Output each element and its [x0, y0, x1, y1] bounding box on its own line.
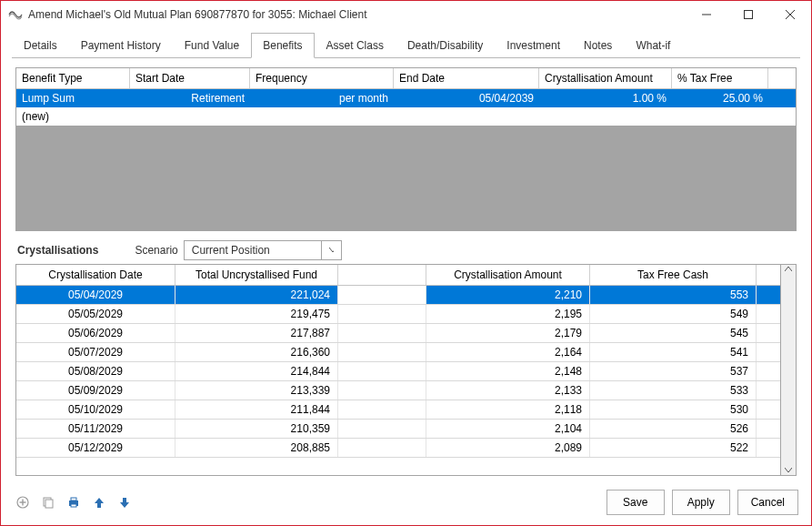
benefit-grid-header: Benefit TypeStart DateFrequencyEnd DateC…	[16, 68, 796, 89]
cryst-cell	[338, 381, 426, 400]
benefit-grid-rows: Lump SumRetirementper month05/04/20391.0…	[16, 89, 796, 230]
tab-death-disability[interactable]: Death/Disability	[396, 33, 495, 58]
cryst-cell: 208,885	[175, 439, 338, 457]
svg-rect-11	[71, 504, 76, 507]
cryst-cell: 2,179	[426, 324, 590, 342]
benefit-cell: 1.00 %	[539, 89, 672, 107]
scroll-down-icon[interactable]	[785, 468, 792, 473]
cryst-cell: 217,887	[175, 324, 338, 342]
cryst-cell	[338, 400, 426, 419]
maximize-button[interactable]	[727, 1, 769, 28]
tab-payment-history[interactable]: Payment History	[69, 33, 173, 58]
cryst-cell: 530	[590, 400, 757, 419]
cryst-row[interactable]: 05/10/2029211,8442,118530	[16, 400, 780, 420]
benefit-header-cell[interactable]: Start Date	[130, 68, 250, 88]
apply-button[interactable]: Apply	[672, 490, 730, 515]
cryst-row[interactable]: 05/08/2029214,8442,148537	[16, 362, 780, 381]
benefit-header-cell[interactable]: Benefit Type	[16, 68, 130, 88]
crystallisations-grid-header: Crystallisation DateTotal Uncrystallised…	[16, 265, 780, 286]
cryst-cell: 2,148	[426, 362, 590, 380]
benefit-grid[interactable]: Benefit TypeStart DateFrequencyEnd DateC…	[15, 67, 797, 231]
benefit-row[interactable]: Lump SumRetirementper month05/04/20391.0…	[16, 89, 796, 107]
benefit-header-cell[interactable]: End Date	[394, 68, 539, 88]
cryst-cell: 221,024	[175, 286, 338, 304]
cryst-cell	[338, 305, 426, 323]
cryst-cell: 211,844	[175, 400, 338, 419]
cryst-cell	[338, 362, 426, 380]
window-controls	[686, 1, 811, 28]
tab-fund-value[interactable]: Fund Value	[173, 33, 252, 58]
cryst-cell	[338, 439, 426, 457]
copy-icon[interactable]	[39, 493, 57, 511]
cryst-cell: 533	[590, 381, 757, 400]
cryst-cell: 05/06/2029	[16, 324, 175, 342]
cryst-header-cell[interactable]: Tax Free Cash	[590, 265, 757, 285]
crystallisations-grid-rows: 05/04/2029221,0242,21055305/05/2029219,4…	[16, 286, 780, 458]
benefit-cell	[539, 107, 672, 126]
cryst-cell: 553	[590, 286, 757, 304]
scenario-control: Scenario Current Position	[135, 240, 341, 260]
cryst-cell: 05/08/2029	[16, 362, 175, 380]
cryst-row[interactable]: 05/06/2029217,8872,179545	[16, 324, 780, 343]
cryst-cell: 526	[590, 420, 757, 438]
cryst-cell: 05/12/2029	[16, 439, 175, 457]
scenario-combobox[interactable]: Current Position	[184, 240, 342, 260]
cryst-cell: 05/07/2029	[16, 343, 175, 361]
tab-details[interactable]: Details	[12, 33, 69, 58]
cancel-button[interactable]: Cancel	[737, 490, 798, 515]
app-window: Amend Michael's Old Mutual Plan 69087787…	[0, 0, 812, 526]
arrow-up-icon[interactable]	[90, 493, 108, 511]
tab-what-if[interactable]: What-if	[624, 33, 682, 58]
benefit-cell	[394, 107, 539, 126]
tab-notes[interactable]: Notes	[572, 33, 624, 58]
cryst-cell	[338, 324, 426, 342]
print-icon[interactable]	[65, 493, 83, 511]
vertical-scrollbar[interactable]	[781, 264, 797, 476]
cryst-cell: 210,359	[175, 420, 338, 438]
cryst-cell	[338, 420, 426, 438]
close-button[interactable]	[769, 1, 811, 28]
cryst-header-cell[interactable]: Crystallisation Amount	[426, 265, 590, 285]
arrow-down-icon[interactable]	[115, 493, 134, 511]
save-button[interactable]: Save	[606, 490, 665, 515]
crystallisations-grid[interactable]: Crystallisation DateTotal Uncrystallised…	[15, 264, 781, 476]
cryst-row[interactable]: 05/09/2029213,3392,133533	[16, 381, 780, 400]
benefit-cell: 25.00 %	[672, 89, 768, 107]
cryst-cell: 219,475	[175, 305, 338, 323]
cryst-cell: 2,210	[426, 286, 590, 304]
add-icon[interactable]	[14, 493, 32, 511]
cryst-header-cell[interactable]	[338, 265, 426, 285]
cryst-row[interactable]: 05/12/2029208,8852,089522	[16, 439, 780, 458]
benefit-header-cell[interactable]: Frequency	[250, 68, 394, 88]
cryst-cell: 2,104	[426, 420, 590, 438]
tab-asset-class[interactable]: Asset Class	[315, 33, 396, 58]
cryst-header-cell[interactable]: Crystallisation Date	[16, 265, 175, 285]
cryst-cell: 537	[590, 362, 757, 380]
benefit-row[interactable]: (new)	[16, 107, 796, 126]
tab-investment[interactable]: Investment	[495, 33, 572, 58]
cryst-cell: 05/10/2029	[16, 400, 175, 419]
chevron-down-icon	[321, 241, 341, 259]
svg-rect-1	[745, 11, 753, 19]
footer-bar: Save Apply Cancel	[1, 480, 811, 525]
cryst-row[interactable]: 05/07/2029216,3602,164541	[16, 343, 780, 362]
benefit-cell: Lump Sum	[16, 89, 130, 107]
tab-benefits[interactable]: Benefits	[251, 33, 314, 58]
benefit-cell: per month	[250, 89, 394, 107]
benefit-header-cell[interactable]: Crystallisation Amount	[539, 68, 672, 88]
cryst-header-cell[interactable]: Total Uncrystallised Fund	[175, 265, 338, 285]
cryst-cell: 2,118	[426, 400, 590, 419]
benefit-cell	[130, 107, 250, 126]
scroll-up-icon[interactable]	[785, 267, 792, 272]
cryst-row[interactable]: 05/11/2029210,3592,104526	[16, 420, 780, 439]
cryst-cell: 2,133	[426, 381, 590, 400]
titlebar: Amend Michael's Old Mutual Plan 69087787…	[1, 1, 811, 28]
benefit-header-cell[interactable]: % Tax Free	[672, 68, 768, 88]
crystallisations-grid-wrap: Crystallisation DateTotal Uncrystallised…	[15, 264, 797, 476]
cryst-row[interactable]: 05/05/2029219,4752,195549	[16, 305, 780, 324]
minimize-button[interactable]	[686, 1, 727, 28]
svg-rect-8	[45, 500, 53, 508]
cryst-cell: 05/05/2029	[16, 305, 175, 323]
cryst-row[interactable]: 05/04/2029221,0242,210553	[16, 286, 780, 305]
crystallisations-header: Crystallisations Scenario Current Positi…	[17, 240, 797, 260]
